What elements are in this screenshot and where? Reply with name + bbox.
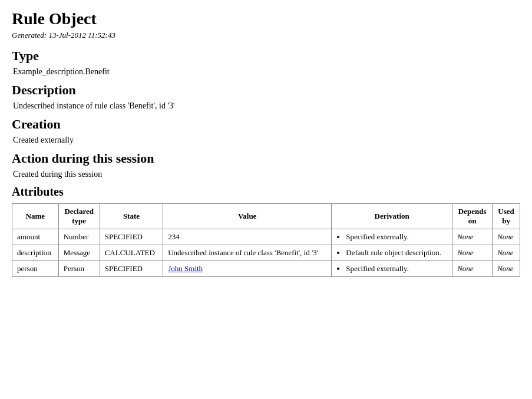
table-row: descriptionMessageCALCULATEDUndescribed …	[12, 245, 520, 261]
type-value: Example_description.Benefit	[13, 67, 520, 77]
cell-value: 234	[163, 229, 332, 245]
attributes-heading: Attributes	[12, 185, 520, 199]
action-heading: Action during this session	[12, 151, 520, 166]
cell-depends-on: None	[452, 261, 493, 277]
derivation-item: Specified externally.	[346, 264, 447, 273]
derivation-item: Default rule object description.	[346, 248, 447, 258]
cell-name: amount	[12, 229, 59, 245]
col-declared-type: Declaredtype	[58, 204, 100, 229]
col-state: State	[100, 204, 163, 229]
cell-depends-on: None	[452, 245, 493, 261]
cell-value[interactable]: John Smith	[163, 261, 332, 277]
attributes-table: Name Declaredtype State Value Derivation…	[12, 203, 520, 277]
value-link[interactable]: John Smith	[168, 264, 203, 273]
cell-used-by: None	[493, 261, 520, 277]
cell-derivation: Default rule object description.	[332, 245, 452, 261]
col-derivation: Derivation	[332, 204, 452, 229]
cell-name: person	[12, 261, 59, 277]
generated-label: Generated: 13-Jul-2012 11:52:43	[12, 31, 520, 40]
derivation-item: Specified externally.	[346, 232, 447, 242]
col-name: Name	[12, 204, 59, 229]
cell-name: description	[12, 245, 59, 261]
description-heading: Description	[12, 83, 520, 98]
cell-used-by: None	[493, 245, 520, 261]
cell-declared-type: Message	[58, 245, 100, 261]
col-value: Value	[163, 204, 332, 229]
creation-heading: Creation	[12, 117, 520, 132]
cell-declared-type: Number	[58, 229, 100, 245]
cell-state: SPECIFIED	[100, 261, 163, 277]
description-value: Undescribed instance of rule class 'Bene…	[13, 101, 520, 111]
page-title: Rule Object	[12, 9, 520, 28]
cell-used-by: None	[493, 229, 520, 245]
type-heading: Type	[12, 48, 520, 64]
table-row: amountNumberSPECIFIED234Specified extern…	[12, 229, 520, 245]
cell-value: Undescribed instance of rule class 'Bene…	[163, 245, 332, 261]
col-depends-on: Dependson	[452, 204, 493, 229]
cell-state: CALCULATED	[100, 245, 163, 261]
col-used-by: Usedby	[493, 204, 520, 229]
cell-declared-type: Person	[58, 261, 100, 277]
action-value: Created during this session	[13, 170, 520, 179]
creation-value: Created externally	[13, 136, 520, 145]
cell-derivation: Specified externally.	[332, 229, 452, 245]
cell-state: SPECIFIED	[100, 229, 163, 245]
cell-depends-on: None	[452, 229, 493, 245]
table-row: personPersonSPECIFIEDJohn SmithSpecified…	[12, 261, 520, 277]
cell-derivation: Specified externally.	[332, 261, 452, 277]
